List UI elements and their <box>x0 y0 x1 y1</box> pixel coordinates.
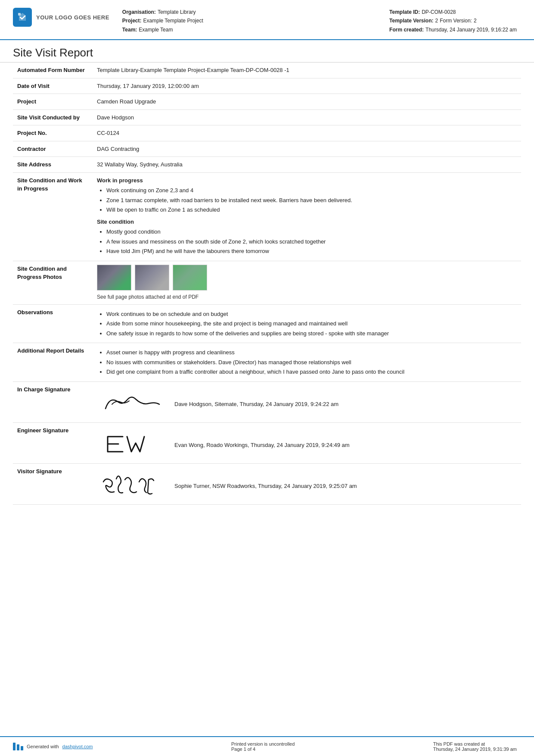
engineer-sig-cell: Evan Wong, Roado Workings, Thursday, 24 … <box>93 422 521 463</box>
form-table: Automated Form Number Template Library-E… <box>13 62 521 505</box>
contractor-label: Contractor <box>13 141 93 157</box>
list-item: Aside from some minor housekeeping, the … <box>106 319 517 328</box>
table-row-in-charge-sig: In Charge Signature Dave Hodgson, Sitema… <box>13 381 521 422</box>
header-meta: Organisation: Template Library Project: … <box>122 8 389 34</box>
date-of-visit-value: Thursday, 17 January 2019, 12:00:00 am <box>93 78 521 94</box>
form-created-label: Form created: <box>389 25 424 34</box>
site-visit-label: Site Visit Conducted by <box>13 109 93 125</box>
org-label: Organisation: <box>122 8 156 16</box>
header-right: Template ID: DP-COM-0028 Template Versio… <box>389 8 517 34</box>
table-row-visitor-sig: Visitor Signature <box>13 463 521 504</box>
footer-bar-3 <box>21 746 23 750</box>
photos-caption: See full page photos attached at end of … <box>97 293 517 301</box>
in-charge-sig-image <box>97 387 166 417</box>
site-condition-label: Site Condition and Work in Progress <box>13 172 93 261</box>
visitor-sig-row: Sophie Turner, NSW Roadworks, Thursday, … <box>97 467 517 501</box>
work-bullets: Work continuing on Zone 2,3 and 4 Zone 1… <box>97 186 517 214</box>
project-no-value: CC-0124 <box>93 125 521 141</box>
template-id-label: Template ID: <box>389 8 420 16</box>
visitor-label: Visitor Signature <box>13 463 93 504</box>
form-version-label: Form Version: <box>440 16 472 25</box>
template-version-value: 2 <box>435 16 438 25</box>
generated-label: Generated with <box>27 744 59 749</box>
site-condition-bullets: Mostly good condition A few issues and m… <box>97 228 517 256</box>
site-condition-value: Work in progress Work continuing on Zone… <box>93 172 521 261</box>
list-item: Will be open to traffic on Zone 1 as sch… <box>106 206 517 214</box>
contractor-value: DAG Contracting <box>93 141 521 157</box>
site-address-value: 32 Wallaby Way, Sydney, Australia <box>93 157 521 173</box>
form-version-value: 2 <box>474 16 477 25</box>
photos-wrap <box>97 265 517 291</box>
list-item: No issues with communities or stakeholde… <box>106 358 517 367</box>
table-row-form-number: Automated Form Number Template Library-E… <box>13 62 521 78</box>
engineer-sig-text: Evan Wong, Roado Workings, Thursday, 24 … <box>174 441 350 450</box>
observations-value: Work continues to be on schedule and on … <box>93 304 521 343</box>
footer-center: Printed version is uncontrolled Page 1 o… <box>231 741 295 752</box>
footer-left: Generated with dashpivot.com <box>13 743 93 750</box>
footer-bar-1 <box>13 743 16 750</box>
pdf-created-value: Thursday, 24 January 2019, 9:31:39 am <box>433 747 517 752</box>
in-charge-sig-row: Dave Hodgson, Sitemate, Thursday, 24 Jan… <box>97 385 517 419</box>
table-row-site-condition: Site Condition and Work in Progress Work… <box>13 172 521 261</box>
template-version-label: Template Version: <box>389 16 433 25</box>
pdf-created-label: This PDF was created at <box>433 741 517 747</box>
form-number-value: Template Library-Example Template Projec… <box>93 62 521 78</box>
project-field-value: Camden Road Upgrade <box>93 94 521 110</box>
visitor-sig-text: Sophie Turner, NSW Roadworks, Thursday, … <box>174 482 357 490</box>
list-item: A few issues and messiness on the south … <box>106 237 517 246</box>
photo-thumb-3 <box>173 265 207 291</box>
visitor-sig-image <box>97 469 166 499</box>
additional-value: Asset owner is happy with progress and c… <box>93 343 521 382</box>
footer-logo-icon <box>13 743 23 750</box>
visitor-sig-cell: Sophie Turner, NSW Roadworks, Thursday, … <box>93 463 521 504</box>
project-label: Project: <box>122 16 142 25</box>
table-row-observations: Observations Work continues to be on sch… <box>13 304 521 343</box>
team-label: Team: <box>122 25 137 34</box>
page: YOUR LOGO GOES HERE Organisation: Templa… <box>0 0 534 756</box>
list-item: Work continues to be on schedule and on … <box>106 310 517 319</box>
table-row-contractor: Contractor DAG Contracting <box>13 141 521 157</box>
list-item: Did get one complaint from a traffic con… <box>106 368 517 376</box>
additional-bullets: Asset owner is happy with progress and c… <box>97 348 517 376</box>
list-item: Asset owner is happy with progress and c… <box>106 348 517 357</box>
project-field-label: Project <box>13 94 93 110</box>
project-value: Example Template Project <box>143 16 203 25</box>
uncontrolled-text: Printed version is uncontrolled <box>231 741 295 747</box>
in-charge-sig-text: Dave Hodgson, Sitemate, Thursday, 24 Jan… <box>174 400 338 409</box>
photos-label: Site Condition and Progress Photos <box>13 261 93 304</box>
logo-text: YOUR LOGO GOES HERE <box>36 14 109 21</box>
table-row-photos: Site Condition and Progress Photos See f… <box>13 261 521 304</box>
footer-bar-2 <box>17 744 19 750</box>
engineer-label: Engineer Signature <box>13 422 93 463</box>
template-id-value: DP-COM-0028 <box>422 8 456 16</box>
org-value: Template Library <box>158 8 196 16</box>
form-table-wrap: Automated Form Number Template Library-E… <box>0 62 534 505</box>
header: YOUR LOGO GOES HERE Organisation: Templa… <box>0 0 534 40</box>
site-address-label: Site Address <box>13 157 93 173</box>
in-charge-sig-cell: Dave Hodgson, Sitemate, Thursday, 24 Jan… <box>93 381 521 422</box>
list-item: Work continuing on Zone 2,3 and 4 <box>106 186 517 195</box>
engineer-sig-image <box>97 428 166 458</box>
additional-label: Additional Report Details <box>13 343 93 382</box>
site-condition-heading: Site condition <box>97 218 517 226</box>
svg-rect-0 <box>18 13 21 16</box>
table-row-site-address: Site Address 32 Wallaby Way, Sydney, Aus… <box>13 157 521 173</box>
table-row-date-of-visit: Date of Visit Thursday, 17 January 2019,… <box>13 78 521 94</box>
page-info: Page 1 of 4 <box>231 747 295 752</box>
in-charge-label: In Charge Signature <box>13 381 93 422</box>
photos-value: See full page photos attached at end of … <box>93 261 521 304</box>
work-in-progress-heading: Work in progress <box>97 176 517 185</box>
engineer-sig-row: Evan Wong, Roado Workings, Thursday, 24 … <box>97 426 517 460</box>
list-item: Have told Jim (PM) and he will have the … <box>106 247 517 256</box>
observations-bullets: Work continues to be on schedule and on … <box>97 310 517 338</box>
footer: Generated with dashpivot.com Printed ver… <box>0 736 534 756</box>
dashpivot-link[interactable]: dashpivot.com <box>62 744 93 749</box>
logo-icon <box>13 8 32 27</box>
list-item: One safety issue in regards to how some … <box>106 329 517 338</box>
date-of-visit-label: Date of Visit <box>13 78 93 94</box>
photo-thumb-2 <box>135 265 169 291</box>
table-row-engineer-sig: Engineer Signature Evan Wong, Roado Work… <box>13 422 521 463</box>
form-created-value: Thursday, 24 January 2019, 9:16:22 am <box>425 25 517 34</box>
form-number-label: Automated Form Number <box>13 62 93 78</box>
list-item: Zone 1 tarmac complete, with road barrie… <box>106 196 517 205</box>
